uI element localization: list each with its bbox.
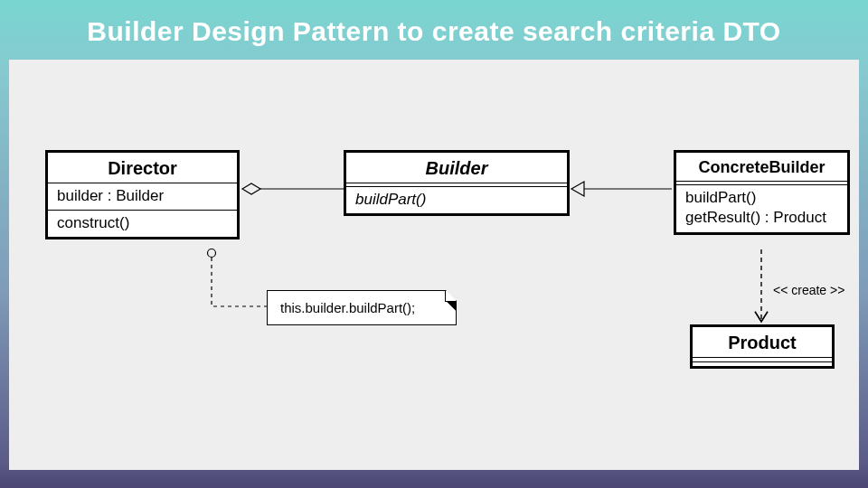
diagram-canvas: Director builder : Builder construct() B… [9, 60, 859, 470]
create-stereotype-label: << create >> [773, 283, 844, 297]
class-director-name: Director [48, 153, 237, 183]
class-product: Product [690, 324, 835, 369]
class-builder-name: Builder [346, 153, 567, 183]
edge-director-builder-aggregation [242, 183, 344, 194]
class-builder: Builder buildPart() [344, 150, 570, 216]
note-fold-line-icon [445, 291, 456, 302]
uml-note: this.builder.buildPart(); [267, 290, 457, 325]
class-builder-op0: buildPart() [346, 186, 567, 213]
class-product-name: Product [693, 327, 832, 357]
page-title: Builder Design Pattern to create search … [0, 0, 868, 47]
svg-point-3 [208, 249, 216, 258]
class-concretebuilder: ConcreteBuilder buildPart() getResult() … [674, 150, 850, 235]
class-concretebuilder-op1: getResult() : Product [676, 209, 847, 232]
edge-concretebuilder-builder-generalization [571, 182, 672, 196]
edge-director-note-anchor [208, 249, 268, 307]
class-director-op0: construct() [48, 210, 237, 237]
class-concretebuilder-op0: buildPart() [676, 184, 847, 209]
class-director-attr0: builder : Builder [48, 183, 237, 210]
connector-layer [9, 60, 859, 470]
class-concretebuilder-name: ConcreteBuilder [676, 153, 847, 181]
class-director: Director builder : Builder construct() [45, 150, 240, 239]
uml-note-text: this.builder.buildPart(); [280, 300, 415, 315]
class-product-empty2 [693, 361, 832, 366]
